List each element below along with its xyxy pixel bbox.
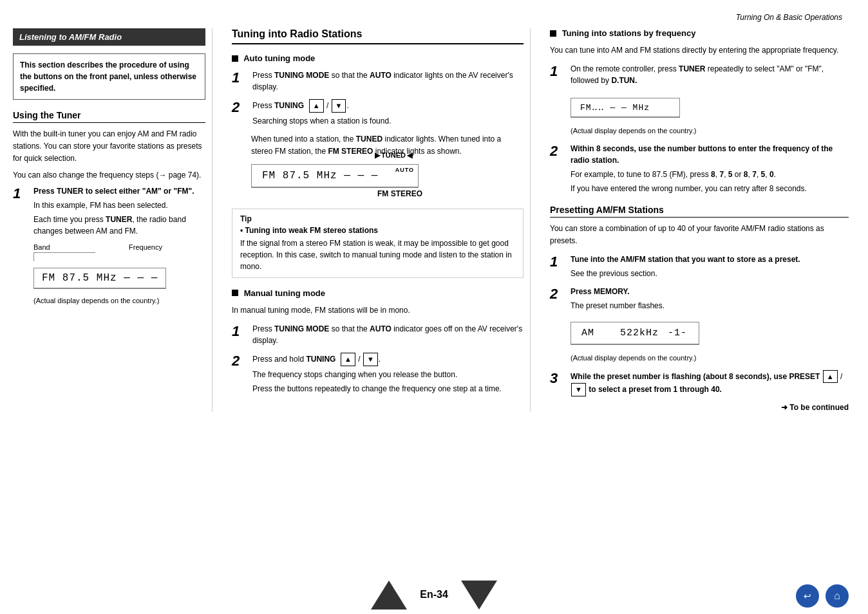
prev-page-button[interactable] <box>371 581 407 609</box>
left-column: Listening to AM/FM Radio This section de… <box>13 28 212 412</box>
preset-step-number-2: 2 <box>550 287 565 301</box>
bottom-nav: En-34 <box>371 581 497 609</box>
preset-step-2-content: Press MEMORY. The preset number flashes.… <box>571 286 849 364</box>
manual-step-1: 1 Press TUNING MODE so that the AUTO ind… <box>232 323 524 346</box>
manual-step-2-sub2: Press the buttons repeatedly to change t… <box>252 383 524 395</box>
auto-step-1-label: Press TUNING MODE so that the AUTO indic… <box>252 70 524 93</box>
auto-step-2: 2 Press TUNING ▲ / ▼. Searching stops wh… <box>232 99 524 127</box>
step-number-1: 1 <box>13 187 28 201</box>
freq-step-number-1: 1 <box>550 64 565 79</box>
body-text-1: With the built-in tuner you can enjoy AM… <box>13 128 205 165</box>
band-label: Band <box>33 243 50 251</box>
tip-box: Tip • Tuning into weak FM stereo station… <box>232 209 524 278</box>
page-container: Turning On & Basic Operations Listening … <box>0 0 868 614</box>
auto-step-number-1: 1 <box>232 71 247 85</box>
left-step-1: 1 Press TUNER to select either "AM" or "… <box>13 185 205 306</box>
preset-step-3: 3 While the preset number is flashing (a… <box>550 370 849 396</box>
tuned-display-box: FM 87.5 MHz — — — AUTO <box>251 164 419 188</box>
body-text-2: You can also change the frequency steps … <box>13 169 205 181</box>
auto-step-2-content: Press TUNING ▲ / ▼. Searching stops when… <box>252 99 524 127</box>
step-1-sub2: Each time you press TUNER, the radio ban… <box>33 214 205 237</box>
preset-up-btn[interactable]: ▲ <box>823 370 838 384</box>
manual-step-number-1: 1 <box>232 324 247 339</box>
section-title: Listening to AM/FM Radio <box>13 28 205 46</box>
freq-step-1-label: On the remote controller, press TUNER re… <box>571 63 849 86</box>
display-corner-bracket <box>33 252 44 261</box>
manual-step-1-content: Press TUNING MODE so that the AUTO indic… <box>252 323 524 346</box>
preset-step-1: 1 Tune into the AM/FM station that you w… <box>550 254 849 279</box>
tuned-display-text: FM 87.5 MHz — — — <box>262 170 378 181</box>
display-label-row: Band Frequency FM 87.5 MHz — — — <box>33 243 205 293</box>
auto-mode-title: Auto tuning mode <box>232 53 524 63</box>
page-header: Turning On & Basic Operations <box>13 13 849 22</box>
tip-title: Tip <box>240 214 515 223</box>
freq-step-1-content: On the remote controller, press TUNER re… <box>571 63 849 136</box>
manual-step-number-2: 2 <box>232 354 247 368</box>
freq-intro: You can tune into AM and FM stations dir… <box>550 44 849 57</box>
auto-step-2-label: Press TUNING ▲ / ▼. <box>252 99 524 113</box>
auto-step-1-content: Press TUNING MODE so that the AUTO indic… <box>252 70 524 93</box>
tip-subtitle: • Tuning into weak FM stereo stations <box>240 226 515 235</box>
info-box: This section describes the procedure of … <box>13 53 205 100</box>
step-1-sub1: In this example, FM has been selected. <box>33 200 205 211</box>
preset-step-1-sub: See the previous section. <box>571 268 849 279</box>
tuning-up-btn[interactable]: ▲ <box>309 99 324 113</box>
preset-step-2-label: Press MEMORY. <box>571 286 849 297</box>
manual-tuning-up-btn[interactable]: ▲ <box>341 353 355 366</box>
freq-step-2: 2 Within 8 seconds, use the number butto… <box>550 143 849 194</box>
preset-step-1-label: Tune into the AM/FM station that you wan… <box>571 254 849 265</box>
preset-caption: (Actual display depends on the country.) <box>571 353 849 364</box>
preset-step-2: 2 Press MEMORY. The preset number flashe… <box>550 286 849 364</box>
manual-step-2-label: Press and hold TUNING ▲ / ▼. <box>252 353 524 366</box>
bottom-icons: ↩ ⌂ <box>796 584 849 608</box>
page-number: En-34 <box>420 589 448 600</box>
preset-step-2-sub: The preset number flashes. <box>571 300 849 312</box>
tuned-label: TUNED <box>381 151 406 159</box>
manual-intro: In manual tuning mode, FM stations will … <box>232 304 524 317</box>
auto-label: AUTO <box>395 167 414 173</box>
preset-display-box: AM 522kHz ‐1‐ <box>571 322 699 345</box>
back-icon: ↩ <box>804 591 811 601</box>
tuned-indicator-row: ▶ TUNED ◀ <box>375 151 412 160</box>
home-icon-button[interactable]: ⌂ <box>826 584 849 608</box>
preset-step-1-content: Tune into the AM/FM station that you wan… <box>571 254 849 279</box>
back-icon-button[interactable]: ↩ <box>796 584 819 608</box>
preset-step-number-1: 1 <box>550 255 565 269</box>
preset-step-number-3: 3 <box>550 371 565 386</box>
freq-section-title: Tuning into stations by frequency <box>550 28 849 38</box>
manual-mode-title: Manual tuning mode <box>232 288 524 298</box>
manual-step-1-label: Press TUNING MODE so that the AUTO indic… <box>252 323 524 346</box>
next-page-button[interactable] <box>461 581 497 609</box>
auto-step-2-sub: Searching stops when a station is found. <box>252 115 524 127</box>
mid-column: Tuning into Radio Stations Auto tuning m… <box>225 28 531 412</box>
manual-step-2-content: Press and hold TUNING ▲ / ▼. The frequen… <box>252 353 524 395</box>
auto-step-number-2: 2 <box>232 100 247 115</box>
continued-text: ➜ To be continued <box>550 403 849 412</box>
manual-step-2-sub1: The frequency stops changing when you re… <box>252 369 524 380</box>
left-display-box: FM 87.5 MHz — — — <box>33 268 166 289</box>
tuning-down-btn[interactable]: ▼ <box>332 99 346 113</box>
subsection-tuner-title: Using the Tuner <box>13 110 205 123</box>
tuned-display-wrapper: ▶ TUNED ◀ FM 87.5 MHz — — — AUTO FM STER… <box>251 164 524 198</box>
manual-step-2: 2 Press and hold TUNING ▲ / ▼. The frequ… <box>232 353 524 395</box>
freq-caption: (Actual display depends on the country.) <box>571 126 849 136</box>
preset-down-btn[interactable]: ▼ <box>571 383 586 396</box>
freq-step-2-sub1: For example, to tune to 87.5 (FM), press… <box>571 169 849 180</box>
preset-step-3-label: While the preset number is flashing (abo… <box>571 370 849 396</box>
main-grid: Listening to AM/FM Radio This section de… <box>13 28 849 412</box>
step-1-label: Press TUNER to select either "AM" or "FM… <box>33 185 205 197</box>
freq-display-box: FM‥‥ — — MHz <box>571 98 680 118</box>
mid-col-title: Tuning into Radio Stations <box>232 28 524 44</box>
freq-step-2-sub2: If you have entered the wrong number, yo… <box>571 183 849 194</box>
tuned-left-arrow: ▶ <box>375 151 380 160</box>
preset-step-3-content: While the preset number is flashing (abo… <box>571 370 849 396</box>
freq-step-number-2: 2 <box>550 144 565 158</box>
freq-step-1: 1 On the remote controller, press TUNER … <box>550 63 849 136</box>
fm-stereo-label: FM STEREO <box>251 189 425 198</box>
freq-step-2-content: Within 8 seconds, use the number buttons… <box>571 143 849 194</box>
home-icon: ⌂ <box>834 590 840 602</box>
header-title: Turning On & Basic Operations <box>736 13 842 22</box>
tuned-right-arrow: ◀ <box>407 151 412 160</box>
manual-tuning-down-btn[interactable]: ▼ <box>363 353 378 366</box>
auto-step-1: 1 Press TUNING MODE so that the AUTO ind… <box>232 70 524 93</box>
